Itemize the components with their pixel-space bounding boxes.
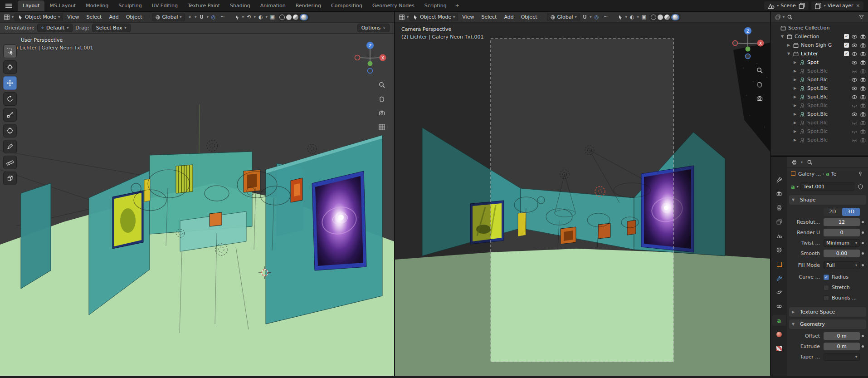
tool-select-box[interactable] [3,44,17,58]
shading-wireframe-button[interactable] [279,15,285,20]
menu-select[interactable]: Select [478,13,500,21]
outliner-row-spot-blc[interactable]: Spot.Blc [771,84,868,93]
snap-magnet-icon[interactable] [581,13,589,21]
zoom-icon[interactable] [378,81,386,89]
render-camera-icon[interactable] [860,94,866,100]
disclosure-icon[interactable] [794,103,799,108]
panel-header-geometry[interactable]: Geometry [789,319,866,329]
mode-selector[interactable]: Object Mode ▾ [410,13,458,21]
hide-eye-icon[interactable] [851,85,858,92]
properties-tab-view-layer[interactable] [772,216,786,227]
render-camera-icon[interactable] [860,128,866,135]
keyframe-dot[interactable] [860,264,865,266]
hide-eye-icon[interactable] [851,42,858,49]
hide-eye-closed-icon[interactable] [851,128,858,135]
xray-toggle-icon[interactable]: ▣ [640,13,648,21]
shading-material-button[interactable] [293,15,298,20]
viewlayer-selector[interactable]: ▾ ViewLayer ✕ [811,1,863,10]
object-visibility-icon[interactable] [616,13,624,21]
properties-tab-object[interactable] [772,259,786,270]
radius-checkbox[interactable] [824,275,829,280]
disclosure-icon[interactable] [794,69,799,73]
properties-tab-material[interactable] [772,329,786,340]
proportional-editing-icon[interactable]: ◎ [210,13,218,21]
object-visibility-icon[interactable] [233,13,241,21]
outliner-row-spot-blc[interactable]: Spot.Blc [771,67,868,75]
properties-tab-texture[interactable] [772,343,786,354]
render-camera-icon[interactable] [860,51,866,57]
outliner-row-spot[interactable]: Spot [771,58,868,67]
tool-transform[interactable] [3,124,17,137]
offset-field[interactable]: 0 m [824,332,860,340]
render-camera-icon[interactable] [860,111,866,118]
workspace-tab-ms-layout[interactable]: MS-Layout [44,0,81,11]
mode-selector[interactable]: Object Mode ▾ [15,13,63,21]
breadcrumb-object[interactable]: Galery ... [798,171,821,177]
render-camera-icon[interactable] [860,68,866,74]
panel-header-texture-space[interactable]: Texture Space [789,307,866,317]
scene-3d-left[interactable] [0,34,394,376]
app-menu-icon[interactable] [5,5,12,6]
pan-hand-icon[interactable] [378,95,386,103]
shading-rendered-button[interactable] [673,15,678,20]
menu-object[interactable]: Object [123,13,146,21]
disclosure-icon[interactable] [794,121,799,125]
outliner-row-neon-sigh-g[interactable]: Neon Sigh G ✓ [771,41,868,49]
menu-view[interactable]: View [459,13,477,21]
render-camera-icon[interactable] [860,137,866,143]
orientation-setting-dropdown[interactable]: ⌖ Default ▾ [37,24,73,32]
properties-tab-world[interactable] [772,245,786,255]
hide-eye-closed-icon[interactable] [851,103,858,109]
workspace-tab-uv-editing[interactable]: UV Editing [147,0,183,11]
new-scene-icon[interactable] [798,2,806,10]
options-dropdown[interactable]: Options ∨ [357,24,390,32]
proportional-editing-icon[interactable]: ◎ [593,13,601,21]
outliner-row-collection[interactable]: Collection ✓ [771,32,868,41]
xray-toggle-icon[interactable]: ▣ [268,13,277,21]
camera-view-icon[interactable] [756,94,764,103]
keyframe-dot[interactable] [860,242,865,244]
pivot-point-icon[interactable]: ⌖ [186,13,194,21]
search-icon[interactable] [805,158,814,167]
filter-icon[interactable] [857,13,865,21]
axis-navigation-gizmo[interactable]: Z X [353,40,387,78]
disclosure-icon[interactable] [787,43,793,47]
transform-orientation-selector[interactable]: Global ▾ [547,13,580,21]
overlays-icon[interactable]: ◐ [257,13,265,21]
disclosure-icon[interactable] [781,34,786,39]
editor-type-icon[interactable] [790,158,798,167]
exclude-checkbox[interactable]: ✓ [844,43,849,48]
menu-add[interactable]: Add [106,13,122,21]
workspace-tab-rendering[interactable]: Rendering [291,0,326,11]
panel-header-shape[interactable]: Shape [789,195,866,205]
workspace-tab-geometry-nodes[interactable]: Geometry Nodes [367,0,419,11]
exclude-checkbox[interactable]: ✓ [844,51,849,56]
disclosure-icon[interactable] [794,112,799,116]
falloff-icon[interactable]: ~ [602,13,610,21]
hide-eye-icon[interactable] [851,51,858,57]
stretch-checkbox[interactable] [824,285,829,290]
show-gizmo-icon[interactable]: ⟲ [245,13,253,21]
properties-tab-physics[interactable] [772,287,786,298]
shading-material-button[interactable] [664,15,670,20]
add-workspace-button[interactable]: + [452,0,463,11]
tool-measure[interactable] [3,156,17,169]
tool-annotate[interactable] [3,140,17,153]
extrude-field[interactable]: 0 m [824,343,860,350]
render-camera-icon[interactable] [860,77,866,83]
workspace-tab-animation[interactable]: Animation [255,0,291,11]
outliner-row-spot-blc[interactable]: Spot.Blc [771,101,868,110]
viewport-right-canvas[interactable]: Camera Perspective (2) Lichter | Galery … [395,23,770,376]
shading-wireframe-button[interactable] [651,15,656,20]
editor-type-icon[interactable] [3,13,11,21]
hide-eye-icon[interactable] [851,77,858,83]
dimension-2d-button[interactable]: 2D [824,208,842,216]
outliner-row-lichter[interactable]: Lichter ✓ [771,49,868,58]
properties-tab-render[interactable] [772,188,786,199]
menu-add[interactable]: Add [501,13,517,21]
disclosure-icon[interactable] [794,78,799,82]
outliner-row-spot-blc[interactable]: Spot.Blc [771,75,868,84]
hide-eye-closed-icon[interactable] [851,68,858,74]
render-camera-icon[interactable] [860,34,866,40]
shading-solid-button[interactable] [658,15,663,20]
